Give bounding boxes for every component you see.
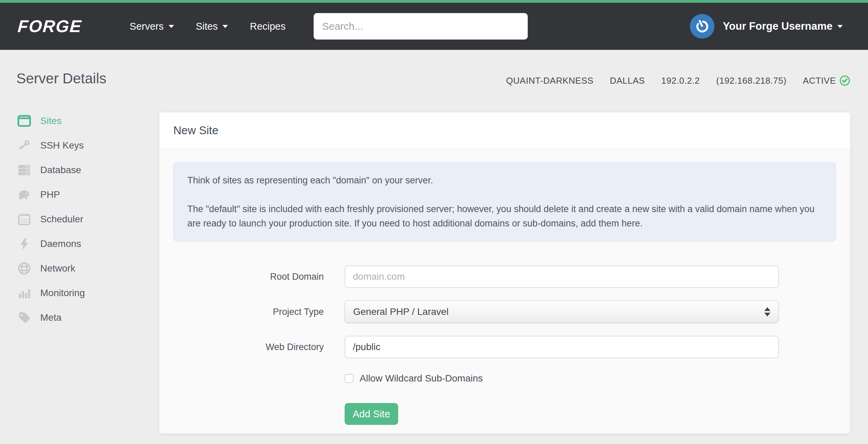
card-body: Think of sites as representing each "dom… (159, 149, 850, 425)
status-label: ACTIVE (803, 75, 836, 86)
top-navbar: FORGE Servers Sites Recipes Your Forge U… (0, 3, 868, 50)
sidebar-item-sites[interactable]: Sites (16, 109, 153, 133)
key-icon (16, 138, 32, 153)
sidebar-item-ssh-keys[interactable]: SSH Keys (16, 133, 153, 158)
sidebar-item-database[interactable]: Database (16, 158, 153, 182)
sidebar-item-daemons[interactable]: Daemons (16, 232, 153, 256)
nav-item-sites-label: Sites (196, 21, 218, 32)
project-type-selected-value: General PHP / Laravel (353, 306, 449, 317)
browser-window-icon (16, 114, 32, 128)
alert-paragraph-2: The "default" site is included with each… (187, 202, 822, 231)
info-alert: Think of sites as representing each "dom… (173, 162, 836, 241)
username-label: Your Forge Username (723, 20, 833, 32)
project-type-label: Project Type (173, 307, 345, 317)
server-private-ip: (192.168.218.75) (716, 75, 786, 86)
sidebar-item-label: SSH Keys (40, 140, 84, 151)
wildcard-subdomains-row: Allow Wildcard Sub-Domains (345, 373, 836, 384)
web-directory-input[interactable] (345, 336, 779, 358)
search-input[interactable] (314, 13, 528, 40)
sidebar-item-label: Scheduler (40, 214, 83, 225)
server-region: DALLAS (610, 75, 645, 86)
web-directory-label: Web Directory (173, 342, 345, 352)
sidebar-item-meta[interactable]: Meta (16, 305, 153, 330)
nav-item-recipes[interactable]: Recipes (250, 21, 286, 32)
new-site-form: Root Domain Project Type General PHP / L… (173, 265, 836, 425)
card-title: New Site (173, 124, 218, 137)
sidebar-item-php[interactable]: PHP (16, 182, 153, 207)
sidebar-item-label: Meta (40, 312, 61, 323)
project-type-select[interactable]: General PHP / Laravel (345, 301, 779, 323)
server-name: QUAINT-DARKNESS (506, 75, 593, 86)
server-meta: QUAINT-DARKNESS DALLAS 192.0.2.2 (192.16… (506, 75, 850, 86)
tag-icon (16, 310, 32, 325)
alert-paragraph-1: Think of sites as representing each "dom… (187, 173, 822, 188)
wildcard-subdomains-checkbox[interactable] (345, 374, 353, 383)
server-ip: 192.0.2.2 (661, 75, 700, 86)
elephant-icon (16, 188, 32, 202)
select-stepper-icon (764, 307, 770, 317)
sidebar-item-label: Daemons (40, 238, 81, 249)
database-icon (16, 163, 32, 177)
sidebar-item-label: Sites (40, 115, 61, 126)
sidebar-item-label: PHP (40, 189, 60, 200)
root-domain-row: Root Domain (173, 265, 836, 288)
brand-accent-strip (0, 0, 868, 3)
nav-item-servers-label: Servers (130, 21, 164, 32)
root-domain-label: Root Domain (173, 272, 345, 282)
add-site-button[interactable]: Add Site (345, 403, 398, 425)
card-header: New Site (159, 112, 850, 149)
globe-icon (16, 261, 32, 276)
forge-logo[interactable]: FORGE (17, 16, 83, 36)
sidebar-item-label: Network (40, 263, 75, 274)
sidebar-item-network[interactable]: Network (16, 256, 153, 281)
avatar[interactable] (690, 14, 714, 39)
chevron-down-icon (169, 25, 174, 28)
project-type-row: Project Type General PHP / Laravel (173, 301, 836, 323)
status-active-check-icon (839, 75, 850, 86)
submit-row: Add Site (345, 403, 836, 425)
chevron-down-icon (837, 25, 843, 28)
server-sidebar: Sites SSH Keys (16, 109, 153, 330)
user-menu[interactable]: Your Forge Username (690, 14, 843, 39)
nav-item-servers[interactable]: Servers (130, 21, 174, 32)
nav-item-sites[interactable]: Sites (196, 21, 228, 32)
web-directory-row: Web Directory (173, 336, 836, 358)
calendar-icon (16, 212, 32, 226)
bar-chart-icon (16, 286, 32, 300)
power-icon (694, 18, 710, 34)
page-title: Server Details (16, 70, 106, 87)
sidebar-item-monitoring[interactable]: Monitoring (16, 281, 153, 305)
nav-links: Servers Sites Recipes (130, 21, 286, 32)
sidebar-item-scheduler[interactable]: Scheduler (16, 207, 153, 232)
sidebar-item-label: Monitoring (40, 288, 85, 299)
status-badge: ACTIVE (803, 75, 850, 86)
nav-item-recipes-label: Recipes (250, 21, 286, 32)
root-domain-input[interactable] (345, 265, 779, 288)
bolt-icon (16, 237, 32, 251)
chevron-down-icon (222, 25, 228, 28)
new-site-card: New Site Think of sites as representing … (159, 112, 850, 433)
wildcard-subdomains-label[interactable]: Allow Wildcard Sub-Domains (360, 373, 483, 384)
sidebar-item-label: Database (40, 165, 81, 176)
